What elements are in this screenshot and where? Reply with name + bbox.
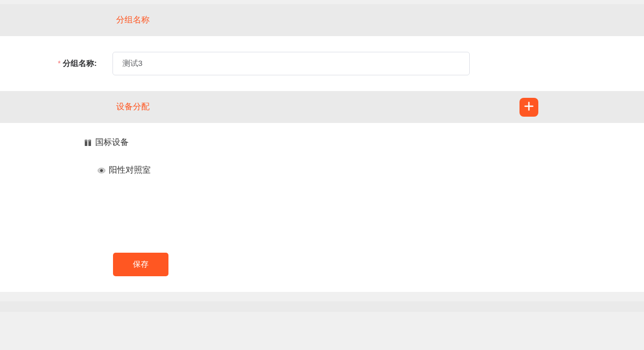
tree-node-root[interactable]: 国标设备 (84, 133, 466, 152)
section-body-group-name: *分组名称: (0, 36, 644, 91)
form-row-group-name: *分组名称: (0, 52, 644, 75)
svg-rect-4 (85, 140, 87, 141)
svg-rect-5 (89, 140, 91, 141)
device-group-icon (84, 139, 92, 147)
device-tree[interactable]: 国标设备 阳性对照室 (78, 128, 471, 242)
group-name-label-text: 分组名称: (63, 59, 97, 67)
section-header-device-assign: 设备分配 (0, 91, 644, 123)
save-button[interactable]: 保存 (113, 253, 168, 276)
group-name-label: *分组名称: (44, 59, 97, 69)
tree-node-root-label: 国标设备 (95, 137, 129, 148)
svg-point-8 (101, 170, 102, 171)
form-page: 分组名称 *分组名称: 设备分配 (0, 0, 644, 312)
tree-node-child[interactable]: 阳性对照室 (84, 161, 466, 179)
section-title-device-assign: 设备分配 (116, 101, 150, 112)
camera-icon (97, 167, 106, 174)
tree-node-child-label: 阳性对照室 (109, 165, 151, 176)
section-body-device-assign: 国标设备 阳性对照室 (0, 123, 644, 247)
save-area: 保存 (0, 247, 644, 292)
add-device-button[interactable] (519, 98, 538, 117)
footer-spacer (0, 292, 644, 301)
group-name-input[interactable] (112, 52, 470, 75)
section-header-group-name: 分组名称 (0, 4, 644, 36)
section-title-group-name: 分组名称 (116, 15, 150, 26)
plus-icon (523, 100, 535, 114)
bottom-bar (0, 301, 644, 312)
required-asterisk: * (58, 59, 61, 67)
